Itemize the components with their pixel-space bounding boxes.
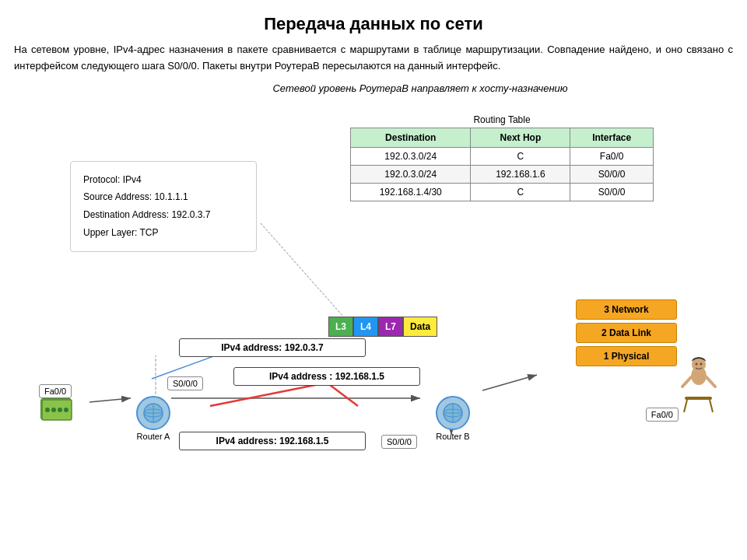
s0-right-label: S0/0/0 [381, 435, 417, 449]
svg-point-30 [700, 362, 702, 365]
network-layer-btn[interactable]: 3 Network [576, 299, 677, 320]
router-a-icon [136, 396, 170, 430]
col-nexthop: Next Hop [471, 128, 570, 147]
upper-row: Upper Layer: TCP [83, 224, 244, 242]
fa00-left-label: Fa0/0 [39, 384, 72, 398]
table-row: 192.0.3.0/24 C Fa0/0 [351, 147, 654, 165]
col-destination: Destination [351, 128, 471, 147]
cell-dest-1: 192.0.3.0/24 [351, 147, 471, 165]
page-title: Передача данных по сети [0, 0, 747, 42]
cell-iface-2: S0/0/0 [570, 165, 654, 183]
diagram-subtitle: Сетевой уровень РоутераВ направляет к хо… [0, 82, 747, 94]
intro-text: На сетевом уровне, IPv4-адрес назначения… [0, 42, 747, 82]
router-b-label: Router B [436, 432, 470, 441]
svg-point-29 [695, 362, 697, 365]
cell-iface-3: S0/0/0 [570, 183, 654, 201]
dest-value: 192.0.3.7 [171, 209, 210, 220]
switch-left-icon [40, 398, 72, 420]
cell-hop-1: C [471, 147, 570, 165]
svg-line-7 [327, 383, 358, 406]
table-row: 192.0.3.0/24 192.168.1.6 S0/0/0 [351, 165, 654, 183]
physical-layer-btn[interactable]: 1 Physical [576, 346, 677, 366]
svg-line-2 [89, 398, 131, 402]
svg-rect-24 [685, 397, 712, 400]
router-a-label: Router A [136, 432, 170, 441]
layer-stack: 3 Network 2 Data Link 1 Physical [576, 299, 677, 366]
pkt-l4: L4 [353, 317, 378, 337]
svg-point-23 [64, 408, 68, 412]
svg-point-22 [58, 408, 62, 412]
cell-dest-3: 192.168.1.4/30 [351, 183, 471, 201]
datalink-layer-btn[interactable]: 2 Data Link [576, 323, 677, 343]
addr-label-1: IPv4 address: 192.0.3.7 [179, 338, 366, 357]
router-b: Router B [436, 396, 470, 441]
protocol-row: Protocol: IPv4 [83, 171, 244, 189]
svg-line-26 [710, 400, 713, 412]
protocol-label: Protocol: [83, 174, 120, 185]
routing-table-title: Routing Table [350, 114, 654, 125]
svg-line-25 [684, 400, 687, 412]
svg-line-4 [482, 375, 537, 390]
svg-point-20 [45, 408, 50, 412]
svg-line-31 [682, 377, 691, 387]
dest-row: Destination Address: 192.0.3.7 [83, 206, 244, 224]
table-row: 192.168.1.4/30 C S0/0/0 [351, 183, 654, 201]
router-b-icon [436, 396, 470, 430]
packet-labels: L3 L4 L7 Data [328, 317, 437, 337]
upper-value: TCP [140, 227, 159, 238]
svg-line-6 [210, 383, 327, 406]
packet-info-box: Protocol: IPv4 Source Address: 10.1.1.1 … [70, 161, 257, 252]
pkt-l7: L7 [378, 317, 403, 337]
col-interface: Interface [570, 128, 654, 147]
dest-label: Destination Address: [83, 209, 169, 220]
cell-iface-1: Fa0/0 [570, 147, 654, 165]
routing-table: Routing Table Destination Next Hop Inter… [350, 114, 654, 201]
cell-dest-2: 192.0.3.0/24 [351, 165, 471, 183]
pkt-l3: L3 [328, 317, 353, 337]
destination-host [671, 354, 725, 418]
svg-line-32 [707, 377, 715, 387]
addr-label-2: IPv4 address : 192.168.1.5 [233, 367, 420, 386]
svg-point-21 [51, 408, 56, 412]
diagram-area: Routing Table Destination Next Hop Inter… [0, 99, 747, 464]
svg-line-10 [261, 223, 350, 324]
source-label: Source Address: [83, 191, 152, 202]
source-row: Source Address: 10.1.1.1 [83, 188, 244, 206]
source-value: 10.1.1.1 [154, 191, 188, 202]
s0-left-label: S0/0/0 [167, 376, 203, 390]
cell-hop-3: C [471, 183, 570, 201]
protocol-value: IPv4 [123, 174, 142, 185]
pkt-data: Data [403, 317, 437, 337]
switch-left [40, 398, 72, 422]
router-a: Router A [136, 396, 170, 441]
routing-table-grid: Destination Next Hop Interface 192.0.3.0… [350, 128, 654, 201]
addr-label-3: IPv4 address: 192.168.1.5 [179, 432, 366, 450]
cell-hop-2: 192.168.1.6 [471, 165, 570, 183]
upper-label: Upper Layer: [83, 227, 137, 238]
fa00-right-label: Fa0/0 [646, 408, 679, 422]
